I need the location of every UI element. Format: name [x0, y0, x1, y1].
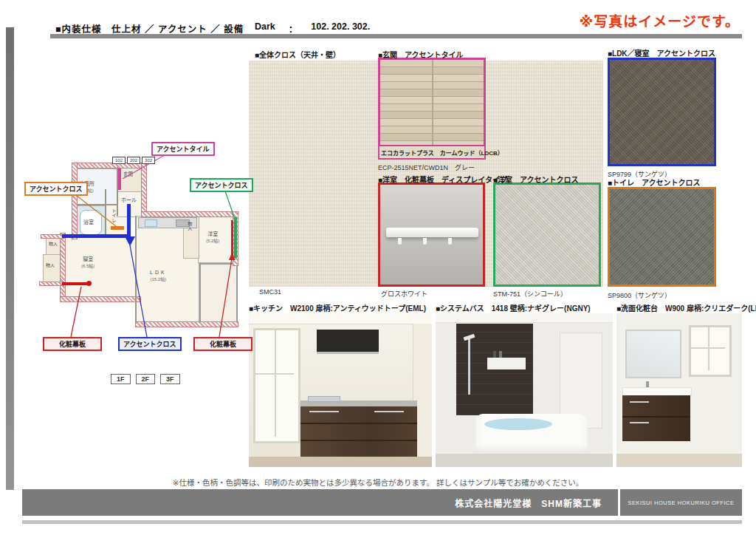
callout-makuita-left: 化粧幕板: [43, 337, 102, 351]
label-hall: ホール: [121, 197, 137, 203]
label-bedroom: 寝室 (6.5帖): [81, 256, 94, 270]
wall-left-upper-block: [72, 163, 77, 239]
kitchen-window-rail: [255, 373, 294, 375]
variant-line: Dark ： 102. 202. 302.: [255, 21, 370, 35]
floor-button-3f[interactable]: 3F: [160, 374, 180, 384]
ldk-cross-swatch: [608, 58, 716, 166]
unit-tab-302[interactable]: 302: [142, 157, 155, 164]
kitchen-hood-trim: [317, 352, 379, 354]
label-closet1: 物入: [49, 242, 58, 248]
bath-ceiling: [436, 313, 613, 323]
western-board-code: グロスホワイト: [381, 289, 427, 299]
western-cross-swatch: [493, 183, 601, 287]
kitchen-floor: [249, 457, 432, 467]
kitchen-drawer-seam-2: [300, 440, 417, 441]
vanity-handle-1: [630, 401, 649, 403]
rail-hook-1: [398, 238, 402, 245]
variant-colon: ：: [289, 21, 298, 35]
label-entrance: 玄関: [123, 171, 133, 177]
wall-right-entrance: [142, 163, 146, 217]
room-bedroom: [63, 236, 137, 300]
label-western: 洋室 (5.2帖): [206, 231, 219, 245]
floor-button-1f[interactable]: 1F: [111, 374, 131, 384]
western-board-label: ■洋室 化粧幕板 ディスプレイタイプ: [378, 174, 507, 185]
callout-makuita-right: 化粧幕板: [193, 337, 252, 351]
accent-red-dot: [86, 281, 92, 286]
kitchen-label: ■キッチン W2100 扉柄:アンティウッドトープ(EML): [249, 302, 426, 313]
entrance-tile-label: ■玄関 アクセントタイル: [378, 49, 464, 60]
vanity-handle-2: [630, 422, 649, 423]
callout-accent-cloth-bedroom: アクセントクロス: [118, 337, 182, 351]
inner-wall-2: [105, 189, 106, 236]
kitchen-ceiling: [249, 313, 432, 324]
interior-spec-sheet: ■内装仕様 仕上材 ／ アクセント ／ 設備 Dark ： 102. 202. …: [0, 0, 756, 535]
unit-tab-102[interactable]: 102: [112, 157, 126, 164]
footer-office: SEKISUI HOUSE HOKURIKU OFFICE: [620, 489, 742, 516]
kitchen-handle-1: [309, 411, 339, 412]
vanity-floor: [616, 454, 742, 467]
callout-accent-cloth-washroom: アクセントクロス: [24, 182, 88, 196]
variant-values: 102. 202. 302.: [311, 21, 370, 35]
unit-tab-202[interactable]: 202: [127, 157, 140, 164]
western-cross-label: ■洋室 アクセントクロス: [493, 174, 579, 185]
bath-tub: [475, 414, 588, 454]
kitchen-photo: [249, 313, 432, 467]
footer-bottom-strip: [22, 520, 742, 524]
footer-client: 株式会社陽光堂様 SHM新築工事: [22, 489, 618, 516]
wall-bottom-bedroom: [61, 297, 140, 301]
label-closet3: 物入: [186, 222, 192, 231]
accent-red-strip-bedroom: [62, 282, 89, 285]
accent-orange-strip: [111, 226, 124, 230]
entrance-tile-name: エコカラットプラス カームウッド（LDCB）: [378, 145, 486, 160]
print-disclaimer: ※仕様・色柄・色調等は、印刷のため実物とは多少異なる場合があります。 詳しくはサ…: [0, 477, 756, 488]
bath-bottle-1: [493, 351, 496, 358]
label-ldk: LDK (15.2帖): [150, 269, 167, 283]
vanity-cabinet: [622, 395, 690, 441]
kitchen-window: [253, 328, 300, 443]
plan-kitchen-sink: [145, 219, 157, 227]
kitchen-drawer-seam-1: [300, 423, 417, 424]
footer-bar: 株式会社陽光堂様 SHM新築工事 SEKISUI HOUSE HOKURIKU …: [22, 489, 742, 516]
bath-niche-shelf: [487, 358, 526, 369]
toilet-cross-swatch: [608, 187, 716, 287]
inner-wall-1: [77, 204, 117, 205]
kitchen-range-hood: [317, 330, 379, 352]
western-board-swatch: [378, 183, 485, 287]
overall-cloth-label: ■全体クロス（天井・壁）: [255, 49, 340, 60]
accent-blue-vertical: [127, 204, 131, 238]
label-bath: 浴室: [83, 219, 94, 225]
wall-left-bedroom: [61, 234, 65, 301]
vanity-mirror: [625, 330, 681, 378]
entrance-tile-texture: [380, 60, 484, 147]
accent-red-strip-western: [231, 220, 233, 256]
accent-blue-horizontal: [62, 234, 131, 238]
rail-hook-2: [423, 238, 427, 245]
entrance-tile-code: ECP-2515NET/CWD1N グレー: [378, 163, 475, 172]
kitchen-cabinets: [300, 406, 417, 457]
vanity-label: ■洗面化粧台 W900 扉柄:クリエダーク(LD): [616, 302, 756, 313]
western-cross-code: STM-751（シンコール）: [493, 289, 567, 299]
vanity-window-mullion-v: [708, 327, 709, 370]
wall-bottom-ldk: [136, 322, 238, 327]
balcony-shape: [199, 263, 238, 327]
vanity-window: [689, 325, 732, 377]
bath-photo: [436, 313, 613, 467]
overall-cloth-code: SMC31: [259, 288, 281, 296]
wall-closet-a: [41, 235, 63, 238]
kitchen-handle-2: [374, 411, 404, 412]
vanity-faucet: [646, 381, 649, 387]
unit-tabs: 102 202 302: [112, 157, 155, 164]
bath-shower-bar: [468, 338, 470, 395]
accent-green-strip: [234, 217, 237, 258]
rail-hook-3: [448, 238, 452, 245]
floor-button-2f[interactable]: 2F: [136, 374, 156, 384]
bath-bottle-2: [499, 351, 502, 358]
wall-closet-b: [40, 282, 63, 285]
ldk-cross-label: ■LDK／寝室 アクセントクロス: [608, 47, 715, 58]
entrance-tile-swatch: エコカラットプラス カームウッド（LDCB）: [378, 58, 486, 160]
bath-label: ■システムバス 1418 壁柄:ナギグレー(NGNY): [436, 302, 591, 313]
vanity-photo: [616, 313, 742, 467]
label-toilet: トイレ: [110, 208, 116, 223]
callout-accent-tile: アクセントタイル: [151, 142, 215, 156]
photo-disclaimer: ※写真はイメージです。: [580, 10, 740, 30]
